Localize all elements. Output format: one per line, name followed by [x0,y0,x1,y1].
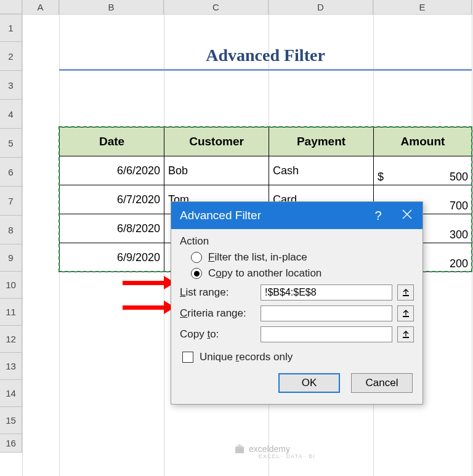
dialog-close-button[interactable] [392,209,422,222]
col-header-b[interactable]: B [59,0,164,14]
cell-payment[interactable]: Cash [269,156,374,185]
collapse-icon [402,330,410,339]
radio-icon [191,268,202,279]
dialog-title: Advanced Filter [180,209,365,222]
action-label: Action [180,235,414,248]
row-header-6[interactable]: 6 [0,158,22,187]
advanced-filter-dialog: Advanced Filter ? Action Filter the list… [171,201,423,405]
ok-button[interactable]: OK [278,373,340,393]
col-header-a[interactable]: A [22,0,59,14]
page-title: Advanced Filter [59,42,472,71]
row-header-12[interactable]: 12 [0,326,22,353]
row-header-3[interactable]: 3 [0,71,22,100]
header-date[interactable]: Date [60,127,164,156]
radio-icon [191,252,202,263]
close-icon [402,209,412,219]
svg-rect-2 [403,295,409,296]
dialog-help-button[interactable]: ? [365,209,392,223]
collapse-icon [402,288,410,297]
select-all-corner[interactable] [0,0,22,14]
table-row: 6/6/2020 Bob Cash $500 [60,156,472,185]
col-header-e[interactable]: E [373,0,472,14]
copy-to-input[interactable] [261,326,392,342]
list-range-input[interactable] [261,284,392,301]
collapse-icon [402,309,410,318]
radio-label: Copy to another location [208,267,321,280]
row-header-8[interactable]: 8 [0,216,22,244]
cell-customer[interactable]: Bob [164,156,269,185]
column-headers: A B C D E [0,0,473,15]
criteria-range-label: Criteria range: [180,307,256,320]
criteria-range-input[interactable] [261,305,392,321]
cell-date[interactable]: 6/9/2020 [60,243,164,272]
radio-label: Filter the list, in-place [208,251,307,264]
row-header-1[interactable]: 1 [0,15,22,42]
cell-date[interactable]: 6/8/2020 [60,214,164,243]
row-header-15[interactable]: 15 [0,407,22,434]
row-headers: 1 2 3 4 5 6 7 8 9 10 11 12 13 14 15 16 [0,15,22,453]
row-header-14[interactable]: 14 [0,380,22,407]
svg-rect-3 [403,316,409,317]
header-payment[interactable]: Payment [269,127,374,156]
cell-date[interactable]: 6/6/2020 [60,156,164,185]
copy-to-label: Copy to: [180,328,256,341]
header-amount[interactable]: Amount [374,127,472,156]
spreadsheet-grid: A B C D E 1 2 3 4 5 6 7 8 9 10 11 12 13 … [0,0,473,476]
cell-amount[interactable]: $500 [374,156,472,185]
criteria-range-collapse-button[interactable] [397,305,414,321]
row-header-9[interactable]: 9 [0,244,22,272]
row-header-7[interactable]: 7 [0,187,22,216]
row-header-16[interactable]: 16 [0,434,22,453]
col-header-c[interactable]: C [164,0,269,14]
checkbox-label: Unique records only [200,351,293,363]
table-header-row: Date Customer Payment Amount [60,127,472,156]
row-header-5[interactable]: 5 [0,129,22,158]
row-header-13[interactable]: 13 [0,353,22,380]
radio-filter-inplace[interactable]: Filter the list, in-place [191,251,414,264]
header-customer[interactable]: Customer [164,127,269,156]
unique-records-checkbox[interactable]: Unique records only [182,351,414,363]
list-range-label: List range: [180,286,256,299]
list-range-collapse-button[interactable] [397,284,414,301]
row-header-2[interactable]: 2 [0,42,22,71]
row-header-10[interactable]: 10 [0,272,22,299]
radio-copy-location[interactable]: Copy to another location [191,267,414,280]
col-header-d[interactable]: D [269,0,373,14]
copy-to-collapse-button[interactable] [397,326,414,342]
row-header-11[interactable]: 11 [0,299,22,326]
svg-rect-4 [403,337,409,338]
cancel-button[interactable]: Cancel [351,373,413,393]
cell-date[interactable]: 6/7/2020 [60,185,164,214]
checkbox-icon [182,352,193,363]
dialog-titlebar[interactable]: Advanced Filter ? [171,202,422,229]
row-header-4[interactable]: 4 [0,100,22,129]
